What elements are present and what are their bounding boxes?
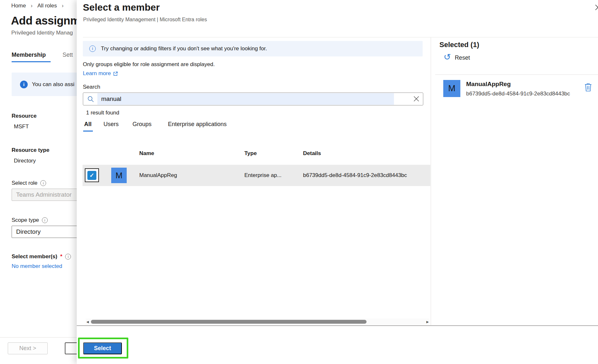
tab-all-underline [83,131,93,132]
tab-users[interactable]: Users [103,121,119,128]
select-members-label-row: Select member(s) * i [12,253,71,260]
avatar: M [443,80,460,97]
select-button[interactable]: Select [83,342,122,354]
page-footer-divider [0,337,77,338]
learn-more-label: Learn more [83,70,111,77]
screen: Home › All roles › Add assignm Privilege… [0,0,598,364]
reset-label: Reset [455,54,470,61]
select-role-label-row: Select role i [12,180,46,186]
info-banner-text: You can also assi [32,81,74,88]
select-role-input[interactable]: Teams Administrator [12,189,77,201]
scroll-left-icon[interactable]: ◂ [86,319,89,325]
add-assignments-page: Home › All roles › Add assignm Privilege… [0,0,77,364]
info-icon: i [20,81,28,88]
eligibility-note: Only groups eligible for role assignment… [83,61,215,68]
breadcrumb-all-roles[interactable]: All roles [37,3,57,9]
tab-enterprise-applications[interactable]: Enterprise applications [168,121,227,128]
scroll-right-icon[interactable]: ▸ [426,319,429,325]
no-member-selected-link[interactable]: No member selected [12,263,62,270]
avatar: M [111,168,127,183]
footer-divider [77,325,598,326]
close-icon[interactable] [594,4,598,12]
column-header-details: Details [303,150,321,157]
search-icon [87,96,94,103]
external-link-icon [113,71,118,76]
undo-icon: ↺ [444,53,451,62]
breadcrumb-home[interactable]: Home [11,3,26,9]
checkmark-icon: ✓ [87,171,96,180]
resource-type-label: Resource type [12,147,49,153]
tab-all[interactable]: All [84,121,92,128]
breadcrumb: Home › All roles › [11,3,64,9]
learn-more-link[interactable]: Learn more [83,70,118,77]
resource-type-value: Directory [14,158,36,164]
trash-icon [584,83,592,92]
panel-vertical-divider [431,37,431,325]
panel-title: Select a member [83,2,160,13]
table-row[interactable]: ✓ M ManualAppReg Enterprise ap... b6739d… [83,165,430,186]
scope-type-input[interactable]: Directory [12,226,77,238]
info-icon: i [40,180,46,186]
column-header-type: Type [244,150,257,157]
resource-value: MSFT [14,123,29,130]
tab-groups[interactable]: Groups [132,121,152,128]
tab-membership[interactable]: Membership [12,52,46,58]
column-header-name: Name [139,150,154,157]
cell-name: ManualAppReg [139,172,177,179]
row-checkbox[interactable]: ✓ [85,168,99,182]
page-subtitle: Privileged Identity Manag [11,30,73,36]
reset-button[interactable]: ↺ Reset [444,53,470,62]
scope-type-label-row: Scope type i [12,217,48,223]
partially-hidden-button[interactable] [65,342,77,354]
selected-list-divider [435,74,598,75]
info-icon: i [65,254,71,260]
scope-type-label: Scope type [12,217,39,223]
header-divider [83,37,598,37]
chevron-right-icon: › [62,3,64,9]
selected-item-name: ManualAppReg [466,81,511,88]
select-members-label: Select member(s) [12,253,57,260]
remove-selected-button[interactable] [584,83,592,93]
search-label: Search [83,84,100,90]
select-role-label: Select role [12,180,37,186]
info-icon: i [89,45,96,52]
tab-settings[interactable]: Sett [63,52,73,58]
search-input[interactable]: manual [83,93,423,105]
panel-subtitle: Privileged Identity Management | Microso… [83,17,207,23]
search-value: manual [97,93,394,105]
cell-type: Enterprise ap... [244,172,281,179]
info-banner: i You can also assi [12,73,77,96]
filter-info-text: Try changing or adding filters if you do… [101,45,267,52]
info-icon: i [42,217,48,223]
resource-label: Resource [12,113,36,119]
selected-count-title: Selected (1) [439,41,479,49]
selected-item-id: b6739dd5-de8d-4584-91c9-2e83cd8443bc [466,91,570,97]
clear-search-icon[interactable] [413,95,420,103]
required-asterisk: * [60,253,63,260]
chevron-right-icon: › [31,3,33,9]
cell-details: b6739dd5-de8d-4584-91c9-2e83cd8443bc [303,172,407,179]
filter-info-box: i Try changing or adding filters if you … [83,41,423,56]
scrollbar-thumb[interactable] [91,320,367,324]
page-title: Add assignm [11,14,77,27]
next-button[interactable]: Next > [8,342,48,354]
horizontal-scrollbar[interactable]: ◂ ▸ [86,319,429,325]
result-count: 1 result found [86,110,119,116]
tab-membership-underline [12,61,51,62]
